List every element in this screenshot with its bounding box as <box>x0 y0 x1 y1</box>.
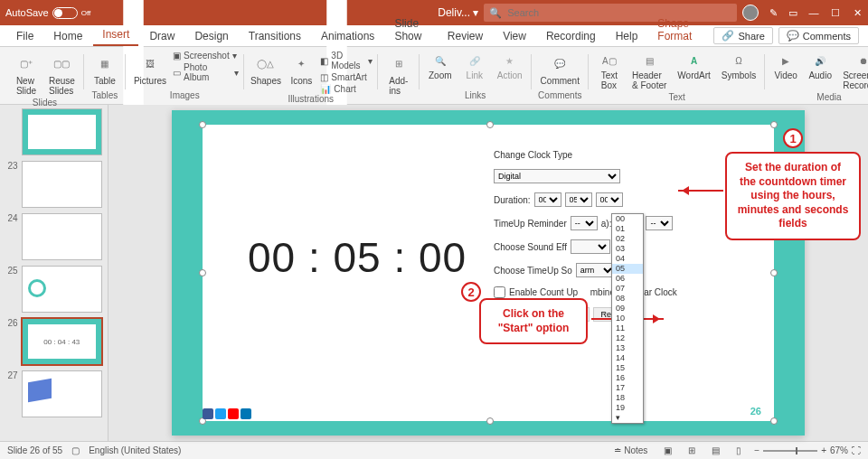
dropdown-option[interactable]: 09 <box>612 304 643 314</box>
user-avatar[interactable] <box>742 5 759 21</box>
dropdown-option[interactable]: 17 <box>612 383 643 393</box>
slide-canvas[interactable]: 00 : 05 : 00 Change Clock Type Digital D… <box>108 105 868 441</box>
tab-view[interactable]: View <box>494 26 535 46</box>
photo-album-button[interactable]: ▭Photo Album▾ <box>173 62 239 82</box>
selection-handle[interactable] <box>770 417 778 425</box>
thumb-slide-26[interactable]: 00 : 04 : 43 <box>22 318 102 365</box>
pictures-button[interactable]: 🖼Pictures <box>131 51 169 88</box>
share-button[interactable]: 🔗 Share <box>713 27 772 44</box>
dropdown-option[interactable]: 10 <box>612 314 643 323</box>
language-indicator[interactable]: English (United States) <box>89 445 181 455</box>
addins-button[interactable]: ⊞Add- ins <box>383 51 414 98</box>
tab-home[interactable]: Home <box>44 26 91 46</box>
dropdown-option[interactable]: 16 <box>612 373 643 383</box>
tab-help[interactable]: Help <box>607 26 647 46</box>
new-slide-button[interactable]: ▢⁺New Slide <box>11 51 42 98</box>
selection-handle[interactable] <box>199 121 206 128</box>
sound-select[interactable] <box>571 239 610 254</box>
duration-seconds[interactable]: 00 <box>596 192 623 207</box>
dropdown-option[interactable]: 01 <box>612 224 643 234</box>
header-footer-button[interactable]: ▤Header & Footer <box>628 51 670 92</box>
accessibility-icon[interactable]: ▢ <box>71 445 80 455</box>
dropdown-option[interactable]: 14 <box>612 353 643 363</box>
tab-transitions[interactable]: Transitions <box>240 26 310 46</box>
thumb-slide-24[interactable] <box>22 213 102 260</box>
draw-mode-icon[interactable]: ✎ <box>769 7 778 19</box>
slide-thumbnails[interactable]: 23 24 25 2600 : 04 : 43 27 <box>0 105 108 441</box>
tab-slideshow[interactable]: Slide Show <box>385 14 436 46</box>
dropdown-option[interactable]: 13 <box>612 343 643 353</box>
clock-type-select[interactable]: Digital <box>494 169 620 183</box>
icons-button[interactable]: ✦Icons <box>286 51 316 88</box>
dropdown-option[interactable]: 08 <box>612 294 643 304</box>
tab-insert[interactable]: Insert <box>93 24 138 46</box>
tab-file[interactable]: File <box>7 26 42 46</box>
document-name[interactable]: Deliv... ▾ <box>438 6 478 19</box>
dropdown-option[interactable]: 00 <box>612 214 643 224</box>
shapes-button[interactable]: ◯△Shapes <box>250 51 283 88</box>
reminder-select-3[interactable]: -- <box>646 216 673 230</box>
zoom-control[interactable]: − + 67% ⛶ <box>754 445 861 455</box>
table-button[interactable]: ▦Table <box>90 51 120 88</box>
comment-button[interactable]: 💬Comment <box>537 51 583 88</box>
reminder-select[interactable]: -- <box>571 216 598 230</box>
thumb-slide-27[interactable] <box>22 370 102 417</box>
thumb-slide-23[interactable] <box>22 161 102 208</box>
video-button[interactable]: ▶Video <box>770 51 801 82</box>
dropdown-option[interactable]: 06 <box>612 274 643 284</box>
dropdown-option[interactable]: 18 <box>612 393 643 403</box>
sorter-view-icon[interactable]: ⊞ <box>684 445 699 455</box>
tab-review[interactable]: Review <box>439 26 492 46</box>
normal-view-icon[interactable]: ▣ <box>660 445 675 455</box>
selection-handle[interactable] <box>486 417 494 425</box>
audio-button[interactable]: 🔊Audio <box>805 51 835 82</box>
wordart-button[interactable]: AWordArt <box>674 51 714 82</box>
screenshot-button[interactable]: ▣Screenshot▾ <box>173 51 239 61</box>
zoom-out-icon[interactable]: − <box>754 445 760 455</box>
chart-button[interactable]: 📊Chart <box>320 84 372 94</box>
selection-handle[interactable] <box>770 121 778 128</box>
selection-handle[interactable] <box>486 121 494 128</box>
symbols-button[interactable]: ΩSymbols <box>718 51 760 82</box>
comments-button[interactable]: 💬 Comments <box>778 27 859 44</box>
selection-handle[interactable] <box>770 269 778 276</box>
dropdown-option[interactable]: 04 <box>612 254 643 264</box>
duration-hours[interactable]: 00 <box>534 192 561 207</box>
action-button[interactable]: ★Action <box>494 51 526 82</box>
timeup-sound-select[interactable]: arm <box>576 263 616 277</box>
dropdown-option[interactable]: 05 <box>612 264 643 274</box>
selection-handle[interactable] <box>199 269 206 276</box>
zoom-slider[interactable] <box>763 450 817 452</box>
dropdown-option[interactable]: 07 <box>612 284 643 294</box>
maximize-icon[interactable]: ☐ <box>830 7 841 19</box>
thumb-slide-25[interactable] <box>22 266 102 313</box>
minimize-icon[interactable]: — <box>808 7 819 18</box>
dropdown-option[interactable]: 11 <box>612 323 643 333</box>
dropdown-option[interactable]: 19 <box>612 403 643 413</box>
screen-recording-button[interactable]: ⏺Screen Recording <box>839 51 868 92</box>
3d-models-button[interactable]: ◧3D Models▾ <box>320 51 372 70</box>
autosave-toggle[interactable]: AutoSave Off <box>5 7 90 19</box>
fit-window-icon[interactable]: ⛶ <box>852 445 861 455</box>
notes-button[interactable]: ≐ Notes <box>610 445 651 455</box>
duration-minutes[interactable]: 05 <box>565 192 592 207</box>
close-icon[interactable]: ✕ <box>852 7 863 19</box>
dropdown-option[interactable]: 15 <box>612 363 643 373</box>
smartart-button[interactable]: ◫SmartArt <box>320 72 372 82</box>
window-icon[interactable]: ▭ <box>788 7 797 19</box>
zoom-in-icon[interactable]: + <box>821 445 826 455</box>
reading-view-icon[interactable]: ▤ <box>708 445 723 455</box>
textbox-button[interactable]: A▢Text Box <box>594 51 625 92</box>
link-button[interactable]: 🔗Link <box>459 51 490 82</box>
dropdown-option[interactable]: 02 <box>612 234 643 244</box>
tab-draw[interactable]: Draw <box>140 26 184 46</box>
dropdown-option[interactable]: 03 <box>612 244 643 254</box>
minutes-dropdown-list[interactable]: 0001020304050607080910111213141516171819… <box>611 213 644 424</box>
countup-checkbox[interactable] <box>494 286 505 298</box>
slideshow-view-icon[interactable]: ▯ <box>732 445 745 455</box>
tab-recording[interactable]: Recording <box>537 26 605 46</box>
zoom-button[interactable]: 🔍Zoom <box>425 51 456 82</box>
tab-shape-format[interactable]: Shape Format <box>648 14 708 46</box>
thumb-slide[interactable] <box>22 108 102 155</box>
tab-design[interactable]: Design <box>185 26 237 46</box>
